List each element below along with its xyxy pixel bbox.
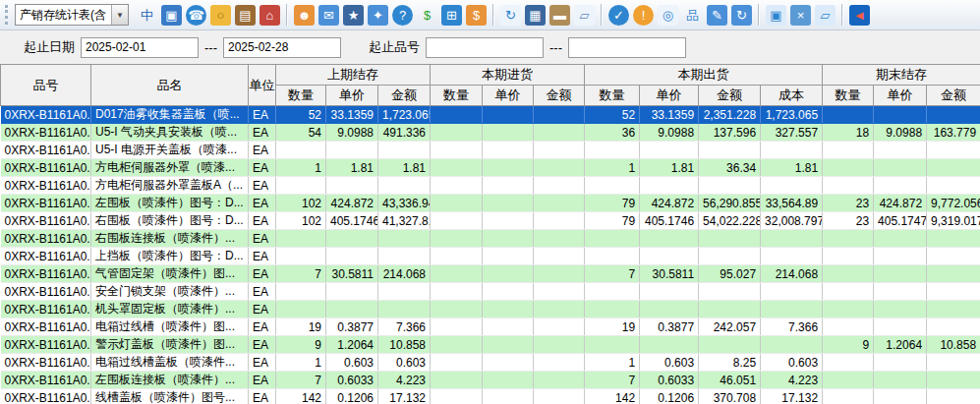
- shipment-cell: 214.068: [761, 265, 823, 283]
- table-row[interactable]: 0XRX-B1161A0...U5-I 气动夹具安装板（喷...EA549.09…: [1, 124, 980, 142]
- item-name-cell: 方电柜伺服器外罩盖板A（...: [91, 177, 249, 195]
- toolbar-separator: [492, 4, 494, 26]
- prev-balance-cell: [378, 177, 431, 195]
- purchase-cell: [483, 318, 534, 336]
- translate-icon[interactable]: 中: [137, 5, 157, 26]
- shopping-cart-icon[interactable]: ⊞: [441, 5, 462, 26]
- date-from-input[interactable]: [81, 37, 199, 58]
- table-row[interactable]: 0XRX-B1161A0...气管固定架（喷漆件）图...EA730.58112…: [1, 265, 980, 283]
- item-from-input[interactable]: [426, 37, 544, 58]
- table-row[interactable]: 0XRX-B1161A0...电箱过线槽（喷漆件）图...EA190.38777…: [1, 318, 980, 336]
- prev-balance-cell: 102: [276, 195, 326, 212]
- item-no-cell: 0XRX-B1161A0...: [1, 265, 91, 283]
- statistics-grid: 品号 品名 单位 上期结存本期进货本期出货期末结存 数量单价金额数量单价金额数量…: [0, 64, 980, 404]
- briefcase-icon[interactable]: ▤: [235, 5, 256, 26]
- table-row[interactable]: 0XRX-B1161A0...右围板（喷漆件）图号：D...EA102405.1…: [1, 212, 980, 230]
- key-icon[interactable]: ✦: [368, 5, 388, 26]
- exit-icon[interactable]: ◄: [849, 5, 870, 26]
- document-search-icon[interactable]: ◎: [658, 5, 678, 26]
- shipment-cell: [585, 142, 640, 159]
- lock-key-icon[interactable]: ○: [210, 5, 231, 26]
- shipment-cell: 4.223: [761, 372, 823, 389]
- check-icon[interactable]: ✓: [608, 5, 629, 26]
- purchase-cell: [431, 318, 483, 336]
- table-row[interactable]: 0XRX-B1161A0...上挡板（喷漆件）图号：D...EA: [1, 248, 980, 265]
- users-icon[interactable]: ☻: [294, 5, 315, 26]
- phone-icon[interactable]: ☎: [186, 5, 206, 26]
- end-balance-cell: 10.858: [927, 336, 980, 354]
- item-no-cell: 0XRX-B1161A0...: [1, 318, 91, 336]
- purchase-cell: [534, 106, 585, 124]
- prev-balance-cell: 1,723.065: [378, 106, 431, 124]
- table-row[interactable]: 0XRX-B1161A0...左围板连接板（喷漆件）...EA70.60334.…: [1, 372, 980, 389]
- close-window-icon[interactable]: ×: [790, 5, 811, 26]
- prev-balance-cell: [378, 142, 431, 159]
- end-balance-cell: [823, 318, 874, 336]
- table-row[interactable]: 0XRX-B1161A0...右围板连接板（喷漆件）...EA: [1, 230, 980, 248]
- home-icon[interactable]: ⌂: [259, 5, 280, 26]
- end-balance-cell: [927, 318, 980, 336]
- end-balance-cell: [823, 230, 874, 248]
- table-row[interactable]: 0XRX-B1161A0...警示灯盖板（喷漆件）图...EA91.206410…: [1, 336, 980, 354]
- chevron-down-icon[interactable]: ▼: [111, 5, 128, 25]
- table-row[interactable]: 0XRX-B1161A0...U5-I 电源开关盖板（喷漆...EA: [1, 142, 980, 159]
- prev-balance-cell: 54: [276, 124, 326, 142]
- sub-header: 数量: [585, 86, 640, 106]
- end-balance-cell: [823, 389, 874, 404]
- shipment-cell: [761, 336, 823, 354]
- purchase-cell: [483, 283, 534, 301]
- billing-person-icon[interactable]: $: [466, 5, 487, 26]
- report-type-dropdown[interactable]: 产销存统计表(含 ▼: [15, 4, 129, 26]
- computer-icon[interactable]: ▣: [161, 5, 182, 26]
- prev-balance-cell: 7: [276, 372, 326, 389]
- prev-balance-cell: 0.3877: [326, 318, 378, 336]
- copy-icon[interactable]: ▱: [574, 5, 595, 26]
- table-row[interactable]: 0XRX-B1161A0...方电柜伺服器外罩（喷漆...EA11.811.81…: [1, 159, 980, 177]
- unit-cell: EA: [249, 283, 276, 301]
- table-row[interactable]: 0XRX-B1161A0...机头罩固定板（喷漆件）...EA: [1, 301, 980, 318]
- prev-balance-cell: 19: [276, 318, 326, 336]
- prev-balance-cell: 52: [276, 106, 326, 124]
- toolbar-grip[interactable]: [5, 5, 10, 25]
- end-balance-cell: [927, 372, 980, 389]
- shipment-cell: 424.872: [640, 195, 699, 212]
- table-row[interactable]: 0XRX-B1161A0...D017油雾收集器盖板（喷...EA5233.13…: [1, 106, 980, 124]
- purchase-cell: [431, 336, 483, 354]
- notebook-star-icon[interactable]: ★: [343, 5, 364, 26]
- alarm-bell-icon[interactable]: !: [633, 5, 654, 26]
- cascade-windows-icon[interactable]: ▱: [815, 5, 836, 26]
- unit-cell: EA: [249, 177, 276, 195]
- sub-header: 数量: [431, 86, 483, 106]
- item-to-input[interactable]: [568, 37, 686, 58]
- purchase-cell: [534, 212, 585, 230]
- item-name-cell: 气管固定架（喷漆件）图...: [91, 265, 249, 283]
- table-row[interactable]: 0XRX-B1161A0...方电柜伺服器外罩盖板A（...EA: [1, 177, 980, 195]
- end-balance-cell: [874, 301, 927, 318]
- purchase-cell: [483, 177, 534, 195]
- org-chart-icon[interactable]: 品: [682, 5, 703, 26]
- date-to-input[interactable]: [223, 37, 341, 58]
- shipment-cell: [585, 301, 640, 318]
- money-icon[interactable]: $: [417, 5, 437, 26]
- archive-box-icon[interactable]: ▬: [549, 5, 570, 26]
- table-row[interactable]: 0XRX-B1161A0...线槽盖板（喷漆件）图号...EA1420.1206…: [1, 389, 980, 404]
- refresh-icon[interactable]: ↻: [731, 5, 752, 26]
- table-row[interactable]: 0XRX-B1161A0...左围板（喷漆件）图号：D...EA102424.8…: [1, 195, 980, 212]
- table-row[interactable]: 0XRX-B1161A0...电箱过线槽盖板（喷漆件...EA10.6030.6…: [1, 354, 980, 372]
- help-icon[interactable]: ?: [392, 5, 413, 26]
- prev-balance-cell: 1.2064: [326, 336, 378, 354]
- shipment-cell: 95.027: [699, 265, 761, 283]
- restore-window-icon[interactable]: ▣: [766, 5, 786, 26]
- design-icon[interactable]: ✎: [707, 5, 727, 26]
- sub-header: 成本: [761, 86, 823, 106]
- unit-cell: EA: [249, 265, 276, 283]
- purchase-cell: [431, 283, 483, 301]
- end-balance-cell: [927, 177, 980, 195]
- calculator-icon[interactable]: ▦: [525, 5, 546, 26]
- report-refresh-icon[interactable]: ↻: [500, 5, 521, 26]
- table-row[interactable]: 0XRX-B1161A0...安全门锁支架（喷漆件）...EA: [1, 283, 980, 301]
- shipment-cell: [761, 177, 823, 195]
- purchase-cell: [431, 248, 483, 265]
- item-no-cell: 0XRX-B1161A0...: [1, 230, 91, 248]
- mail-icon[interactable]: ✉: [318, 5, 339, 26]
